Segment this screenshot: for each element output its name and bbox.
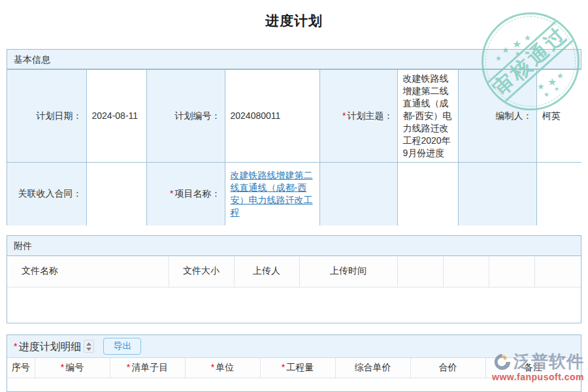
attachments-col-uploader: 上传人 (234, 256, 299, 287)
empty-label-cell (319, 163, 397, 225)
related-income-contract-value (86, 163, 146, 225)
arrow-down-icon (86, 348, 91, 351)
attachments-table: 文件名称 文件大小 上传人 上传时间 (7, 256, 581, 287)
empty-value-cell (397, 163, 458, 225)
export-button[interactable]: 导出 (103, 338, 141, 355)
plan-date-label: 计划日期： (7, 70, 86, 163)
required-marker: * (170, 188, 173, 199)
plan-no-value: 2024080011 (225, 70, 319, 163)
detail-col-total-price: 合价 (410, 358, 485, 378)
attachments-col-empty (489, 256, 534, 287)
attachments-col-file-name: 文件名称 (7, 256, 169, 287)
fanpu-watermark: 泛普软件 www.fanpusoft.com (492, 350, 584, 382)
plan-date-value: 2024-08-11 (86, 70, 146, 163)
attachments-col-upload-time: 上传时间 (299, 256, 397, 287)
star-icon: ★ (524, 34, 531, 42)
attachments-col-empty (443, 256, 489, 287)
required-marker: * (282, 362, 285, 372)
project-name-label: *项目名称： (146, 163, 225, 225)
arrow-up-icon (86, 342, 91, 346)
detail-col-quantity: *工程量 (260, 358, 335, 378)
detail-col-unit-price: 综合单价 (335, 358, 410, 378)
watermark-brand-row: 泛普软件 (492, 350, 584, 373)
attachments-section-title: 附件 (7, 236, 581, 256)
fanpu-logo-icon (493, 353, 512, 371)
required-marker: * (14, 335, 17, 358)
attachments-panel: 附件 文件名称 文件大小 上传人 上传时间 (7, 235, 581, 323)
empty-value-cell (536, 163, 581, 225)
empty-label-cell (458, 163, 536, 225)
detail-section-title: 进度计划明细 (18, 335, 81, 358)
watermark-brand: 泛普软件 (514, 350, 584, 373)
page-title: 进度计划 (0, 12, 588, 30)
project-name-link[interactable]: 改建铁路线增建第二线直通线（成都-西安）电力线路迁改工程 (231, 170, 313, 218)
required-marker: * (127, 362, 130, 372)
plan-subject-value: 改建铁路线增建第二线直通线（成都-西安）电力线路迁改工程2020年9月份进度 (397, 70, 458, 163)
detail-col-seq: 序号 (7, 358, 35, 378)
basic-info-section-title: 基本信息 (7, 50, 581, 69)
sort-toggle[interactable] (84, 340, 94, 353)
progress-plan-page: 进度计划 基本信息 计划日期： 2024-08-11 计划编号： 2024080… (0, 0, 588, 392)
star-icon: ★ (512, 39, 521, 50)
detail-col-unit: *单位 (185, 358, 260, 378)
required-marker: * (342, 110, 346, 121)
detail-col-code: *编号 (35, 358, 110, 378)
required-marker: * (61, 362, 64, 372)
compiler-label: 编制人： (458, 70, 536, 163)
related-income-contract-label: 关联收入合同： (7, 163, 86, 225)
project-name-value: 改建铁路线增建第二线直通线（成都-西安）电力线路迁改工程 (225, 163, 319, 225)
basic-info-table: 计划日期： 2024-08-11 计划编号： 2024080011 *计划主题：… (7, 69, 581, 225)
plan-no-label: 计划编号： (146, 70, 225, 163)
watermark-url: www.fanpusoft.com (492, 372, 584, 382)
attachments-col-empty (534, 256, 581, 287)
attachments-col-empty (397, 256, 443, 287)
attachments-empty-body (7, 287, 581, 323)
plan-subject-label: *计划主题： (319, 70, 397, 163)
detail-col-list-item: *清单子目 (110, 358, 185, 378)
attachments-col-file-size: 文件大小 (169, 256, 234, 287)
required-marker: * (211, 362, 214, 372)
basic-info-panel: 基本信息 计划日期： 2024-08-11 计划编号： 2024080011 *… (7, 49, 581, 225)
compiler-value: 柯英 (536, 70, 581, 163)
